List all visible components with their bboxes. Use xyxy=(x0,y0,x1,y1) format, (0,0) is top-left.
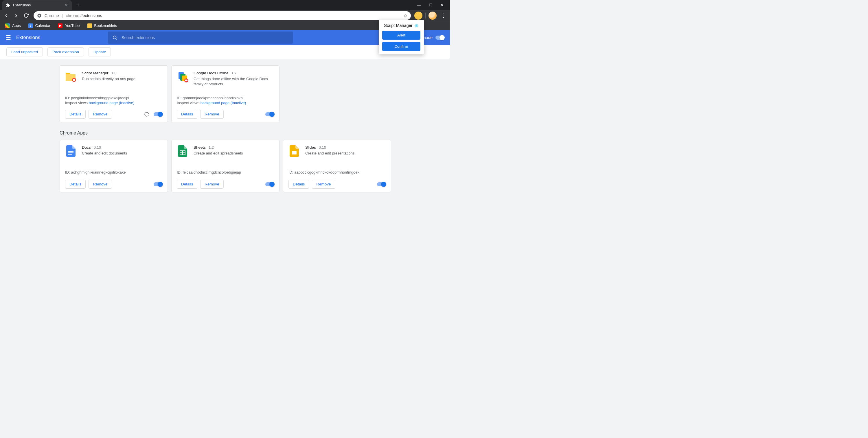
load-unpacked-button[interactable]: Load unpacked xyxy=(6,48,43,56)
extension-name: Google Docs Offline xyxy=(193,71,228,75)
extension-name: Script Manager xyxy=(82,71,108,75)
svg-rect-4 xyxy=(73,79,75,81)
app-name: Slides xyxy=(305,145,316,150)
calendar-icon: 7 xyxy=(28,24,33,28)
details-button[interactable]: Details xyxy=(65,180,86,189)
extension-description: Get things done offline with the Google … xyxy=(193,76,274,87)
svg-point-17 xyxy=(416,25,417,26)
app-description: Create and edit spreadsheets xyxy=(193,151,243,156)
bookmark-youtube[interactable]: ▶YouTube xyxy=(55,22,83,29)
inspect-views: Inspect views background page (Inactive) xyxy=(65,101,162,105)
app-description: Create and edit presentations xyxy=(305,151,355,156)
youtube-icon: ▶ xyxy=(58,24,62,28)
page-title: Extensions xyxy=(16,35,40,40)
app-card: Slides 0.10 Create and edit presentation… xyxy=(283,140,391,192)
profile-avatar[interactable] xyxy=(429,11,437,20)
forward-icon[interactable] xyxy=(12,11,20,20)
close-window-icon[interactable]: ✕ xyxy=(440,3,444,7)
back-icon[interactable] xyxy=(2,11,10,20)
popup-confirm-button[interactable]: Confirm xyxy=(382,42,421,51)
toolbar-right: ⋮ xyxy=(414,11,447,20)
enable-toggle[interactable] xyxy=(265,112,274,116)
bookmark-label: Bookmarklets xyxy=(94,24,117,28)
bookmark-label: YouTube xyxy=(65,24,80,28)
enable-toggle[interactable] xyxy=(377,182,386,186)
content: Script Manager 1.0 Run scripts directly … xyxy=(0,59,450,199)
apps-grid-icon xyxy=(5,24,10,28)
search-box[interactable] xyxy=(107,32,293,44)
minimize-icon[interactable]: — xyxy=(417,3,421,7)
close-tab-icon[interactable]: ✕ xyxy=(64,3,68,8)
reload-extension-icon[interactable] xyxy=(143,110,151,118)
apps-row: Docs 0.10 Create and edit documents ID: … xyxy=(60,140,443,192)
chrome-icon xyxy=(37,13,42,18)
extension-puzzle-icon xyxy=(6,3,10,7)
hamburger-menu-icon[interactable]: ☰ xyxy=(6,34,11,41)
svg-rect-11 xyxy=(68,153,73,153)
maximize-icon[interactable]: ❐ xyxy=(429,3,433,7)
pack-extension-button[interactable]: Pack extension xyxy=(48,48,84,56)
bookmark-label: Calendar xyxy=(35,24,51,28)
folder-extension-icon[interactable] xyxy=(414,11,423,20)
svg-point-1 xyxy=(38,15,40,17)
remove-button[interactable]: Remove xyxy=(89,180,112,189)
bookmark-calendar[interactable]: 7Calendar xyxy=(26,22,54,29)
extension-description: Run scripts directly on any page xyxy=(82,76,135,82)
developer-mode-toggle[interactable] xyxy=(435,36,444,40)
update-button[interactable]: Update xyxy=(89,48,111,56)
react-icon xyxy=(414,24,418,28)
extension-version: 1.0 xyxy=(112,71,117,75)
folder-icon xyxy=(87,24,92,28)
app-id: ID: aapocclcgogkmnckokdopfmhonfmgoek xyxy=(288,170,386,175)
omnibox-label: Chrome xyxy=(44,13,59,18)
app-description: Create and edit documents xyxy=(82,151,127,156)
enable-toggle[interactable] xyxy=(265,182,274,186)
extension-id: ID: pcegknkokoocieahngppiekoijdoalpi xyxy=(65,96,162,100)
bookmark-bookmarklets[interactable]: Bookmarklets xyxy=(85,22,120,29)
app-card: Docs 0.10 Create and edit documents ID: … xyxy=(60,140,168,192)
bookmark-star-icon[interactable]: ☆ xyxy=(403,13,407,18)
inspect-link[interactable]: background page (Inactive) xyxy=(89,101,134,105)
inspect-link[interactable]: background page (Inactive) xyxy=(200,101,246,105)
extensions-row: Script Manager 1.0 Run scripts directly … xyxy=(60,65,443,122)
details-button[interactable]: Details xyxy=(65,110,86,119)
remove-button[interactable]: Remove xyxy=(200,180,223,189)
kebab-menu-icon[interactable]: ⋮ xyxy=(439,11,447,20)
remove-button[interactable]: Remove xyxy=(312,180,335,189)
app-version: 1.2 xyxy=(209,145,214,150)
script-manager-popup: Script Manager Alert Confirm xyxy=(379,20,424,54)
remove-button[interactable]: Remove xyxy=(89,110,112,119)
remove-button[interactable]: Remove xyxy=(200,110,223,119)
toolbar-divider xyxy=(425,13,426,19)
app-name: Docs xyxy=(82,145,91,150)
bookmark-label: Apps xyxy=(12,24,21,28)
omnibox-separator: | xyxy=(62,13,63,18)
tab-strip: Extensions ✕ + — ❐ ✕ xyxy=(0,0,450,10)
tab-title: Extensions xyxy=(13,3,31,7)
developer-mode-label: mode xyxy=(423,35,433,40)
app-card: Sheets 1.2 Create and edit spreadsheets … xyxy=(171,140,279,192)
section-title: Chrome Apps xyxy=(60,130,443,136)
folder-icon xyxy=(65,71,77,83)
developer-mode-toggle-wrap: mode xyxy=(423,35,444,40)
new-tab-button[interactable]: + xyxy=(74,1,82,9)
address-bar[interactable]: Chrome | chrome://extensions ☆ xyxy=(34,11,411,20)
bookmark-apps[interactable]: Apps xyxy=(2,22,24,29)
details-button[interactable]: Details xyxy=(177,110,197,119)
search-input[interactable] xyxy=(122,35,288,40)
browser-tab[interactable]: Extensions ✕ xyxy=(2,0,72,10)
sheets-icon xyxy=(177,145,188,157)
extension-card: Script Manager 1.0 Run scripts directly … xyxy=(60,65,168,122)
popup-alert-button[interactable]: Alert xyxy=(382,31,421,40)
app-version: 0.10 xyxy=(94,145,101,150)
search-icon xyxy=(112,35,118,40)
enable-toggle[interactable] xyxy=(154,112,162,116)
extension-version: 1.7 xyxy=(231,71,237,75)
app-id: ID: felcaaldnbdncclmgdcncolpebgiejap xyxy=(177,170,274,175)
popup-title: Script Manager xyxy=(384,23,412,28)
enable-toggle[interactable] xyxy=(154,182,162,186)
reload-icon[interactable] xyxy=(22,11,30,20)
details-button[interactable]: Details xyxy=(177,180,197,189)
svg-rect-12 xyxy=(68,154,72,155)
details-button[interactable]: Details xyxy=(288,180,309,189)
